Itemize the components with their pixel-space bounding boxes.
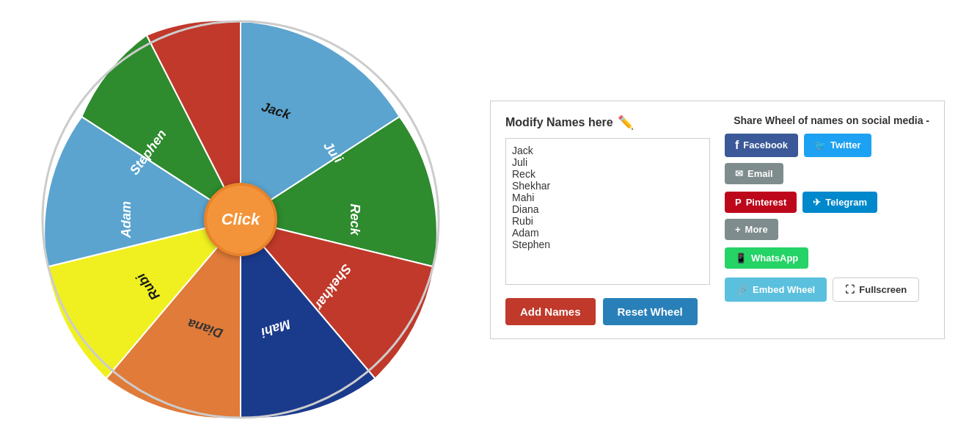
twitter-button[interactable]: 🐦 Twitter	[804, 134, 871, 157]
pinterest-icon: P	[735, 197, 742, 208]
svg-text:Adam: Adam	[119, 201, 134, 239]
wheel-container: Jack Juli Reck Shekhar Mahi Diana Rubi A…	[35, 14, 446, 425]
names-textarea[interactable]: Jack Juli Reck Shekhar Mahi Diana Rubi A…	[505, 138, 710, 285]
whatsapp-icon: 📱	[735, 253, 747, 264]
reset-wheel-button[interactable]: Reset Wheel	[603, 298, 698, 325]
share-title: Share Wheel of names on social media -	[725, 115, 929, 126]
telegram-button[interactable]: ✈ Telegram	[802, 192, 877, 213]
fullscreen-icon: ⛶	[845, 284, 855, 295]
more-button[interactable]: + More	[725, 219, 778, 240]
more-icon: +	[735, 224, 741, 235]
share-row-3: 📱 WhatsApp	[725, 247, 929, 269]
share-row-2: P Pinterest ✈ Telegram + More	[725, 192, 929, 240]
email-button[interactable]: ✉ Email	[725, 163, 783, 184]
email-icon: ✉	[735, 168, 743, 179]
svg-text:Reck: Reck	[348, 203, 362, 236]
share-row-1: f Facebook 🐦 Twitter ✉ Email	[725, 134, 929, 184]
pinterest-button[interactable]: P Pinterest	[725, 192, 797, 213]
embed-icon: 🔗	[736, 284, 748, 295]
share-area: Share Wheel of names on social media - f…	[725, 115, 929, 302]
embed-row: 🔗 Embed Wheel ⛶ Fullscreen	[725, 277, 929, 302]
whatsapp-button[interactable]: 📱 WhatsApp	[725, 247, 808, 269]
facebook-button[interactable]: f Facebook	[725, 134, 798, 157]
spin-button[interactable]: Click	[204, 183, 277, 256]
embed-button[interactable]: 🔗 Embed Wheel	[725, 277, 827, 302]
panel-box: Modify Names here ✏️ Jack Juli Reck Shek…	[490, 101, 945, 339]
facebook-icon: f	[735, 139, 739, 152]
main-container: Jack Juli Reck Shekhar Mahi Diana Rubi A…	[0, 0, 980, 439]
names-section: Modify Names here ✏️ Jack Juli Reck Shek…	[505, 115, 710, 325]
twitter-icon: 🐦	[814, 139, 826, 150]
right-panel: Modify Names here ✏️ Jack Juli Reck Shek…	[490, 101, 945, 339]
add-names-button[interactable]: Add Names	[505, 298, 596, 325]
action-buttons: Add Names Reset Wheel	[505, 298, 710, 325]
fullscreen-button[interactable]: ⛶ Fullscreen	[833, 277, 919, 302]
pencil-icon: ✏️	[618, 115, 634, 131]
modify-title: Modify Names here ✏️	[505, 115, 710, 131]
telegram-icon: ✈	[813, 197, 821, 208]
